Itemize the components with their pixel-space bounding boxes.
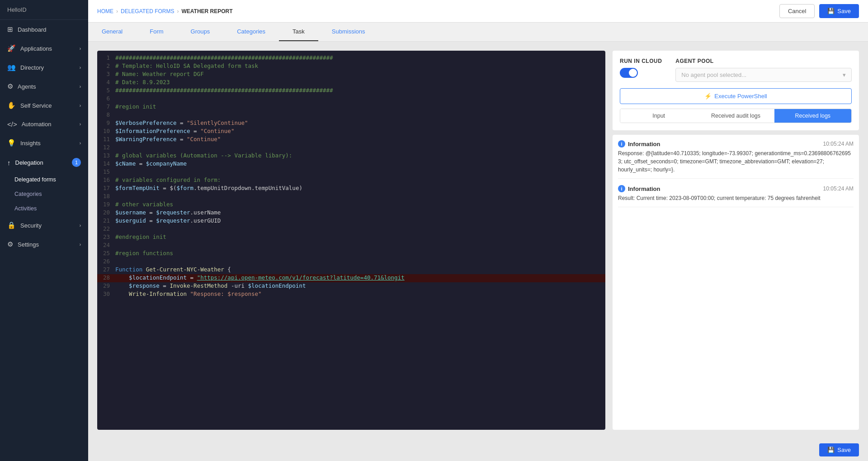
chevron-down-icon: ▾ [843,71,846,78]
log-type-label: Information [628,185,660,192]
code-line-24: 24 [97,242,605,250]
log-entry-1: i Information 10:05:24 AM Response: @{la… [618,140,854,179]
sidebar: HelloID ⊞ Dashboard 🚀 Applications › 👥 D… [0,0,88,461]
code-line-25: 25#region functions [97,250,605,258]
panel-header-row: RUN IN CLOUD AGENT POOL No agent pool se… [620,58,852,82]
log-type-label: Information [628,141,660,147]
code-line-30: 30 Write-Information "Response: $respons… [97,290,605,299]
tab-form[interactable]: Form [136,23,177,41]
sidebar-item-dashboard[interactable]: ⊞ Dashboard [0,20,88,39]
logs-area: i Information 10:05:24 AM Response: @{la… [613,135,859,430]
agent-pool-label: AGENT POOL [675,58,852,64]
tab-submissions[interactable]: Submissions [318,23,379,41]
agent-pool-select[interactable]: No agent pool selected... ▾ [675,68,852,82]
self-service-icon: ✋ [7,101,16,109]
chevron-icon: › [80,65,81,70]
sidebar-item-label: Automation [22,121,52,128]
code-line-20: 20$username = $requester.userName [97,209,605,217]
sidebar-item-label: Self Service [20,102,52,109]
sidebar-sub-categories[interactable]: Categories [0,187,88,201]
breadcrumb-sep1: › [116,8,118,14]
log-text: Result: Current time: 2023-08-09T00:00; … [618,194,854,202]
breadcrumb: HOME › DELEGATED FORMS › WEATHER REPORT [97,8,233,14]
log-entry-header: i Information 10:05:24 AM [618,140,854,147]
sub-item-label: Delegated forms [14,176,56,183]
save-label: Save [837,8,851,14]
code-line-3: 3# Name: Weather report DGF [97,71,605,79]
log-tabs: Input Received audit logs Received logs [620,109,852,123]
editor-panel: 1#######################################… [88,42,868,439]
breadcrumb-home[interactable]: HOME [97,8,113,14]
applications-icon: 🚀 [7,44,16,52]
log-time: 10:05:24 AM [823,185,854,192]
dashboard-icon: ⊞ [7,25,13,33]
log-type: i Information [618,185,660,192]
code-line-14: 14$cName = $companyName [97,160,605,168]
panel-top: RUN IN CLOUD AGENT POOL No agent pool se… [613,51,859,130]
run-in-cloud-toggle[interactable] [620,68,638,78]
sidebar-item-directory[interactable]: 👥 Directory › [0,58,88,77]
automation-icon: </> [7,120,17,128]
main-content: HOME › DELEGATED FORMS › WEATHER REPORT … [88,0,868,461]
code-line-7: 7#region init [97,103,605,111]
settings-icon: ⚙ [7,240,13,248]
sidebar-item-label: Insights [20,140,41,147]
content-area: General Form Groups Categories Task Subm… [88,23,868,461]
code-line-16: 16# variables configured in form: [97,176,605,185]
sidebar-item-settings[interactable]: ⚙ Settings › [0,235,88,254]
chevron-icon: › [80,122,81,127]
cancel-button[interactable]: Cancel [779,4,815,18]
execute-button[interactable]: ⚡ Execute PowerShell [620,88,852,104]
agent-pool-value: No agent pool selected... [681,71,746,78]
sub-nav: General Form Groups Categories Task Subm… [88,23,868,42]
chevron-icon: › [80,103,81,108]
info-icon: i [618,185,625,192]
sidebar-item-self-service[interactable]: ✋ Self Service › [0,96,88,115]
sidebar-sub-delegated-forms[interactable]: Delegated forms [0,172,88,187]
sidebar-item-automation[interactable]: </> Automation › [0,115,88,133]
save-button-top[interactable]: 💾 Save [819,4,859,18]
sidebar-sub-activities[interactable]: Activities [0,201,88,216]
code-content: 1#######################################… [97,51,605,430]
sidebar-item-label: Applications [20,45,52,52]
tab-received-audit-logs[interactable]: Received audit logs [697,109,774,123]
sidebar-item-agents[interactable]: ⚙ Agents › [0,77,88,96]
code-editor[interactable]: 1#######################################… [97,51,605,430]
sidebar-item-label: Dashboard [18,26,47,33]
sidebar-item-security[interactable]: 🔒 Security › [0,216,88,235]
tab-categories[interactable]: Categories [223,23,279,41]
tab-task[interactable]: Task [279,23,318,41]
tab-groups[interactable]: Groups [177,23,224,41]
tab-general[interactable]: General [88,23,136,41]
agents-icon: ⚙ [7,82,13,90]
chevron-icon: › [80,141,81,146]
code-line-8: 8 [97,111,605,119]
tab-input[interactable]: Input [620,109,697,123]
log-entry-2: i Information 10:05:24 AM Result: Curren… [618,185,854,207]
right-panel: RUN IN CLOUD AGENT POOL No agent pool se… [613,51,859,430]
breadcrumb-current: WEATHER REPORT [181,8,232,14]
code-line-10: 10$InformationPreference = "Continue" [97,128,605,136]
chevron-icon: › [80,46,81,51]
agent-pool-section: AGENT POOL No agent pool selected... ▾ [675,58,852,82]
sub-item-label: Categories [14,191,42,197]
code-line-1: 1#######################################… [97,54,605,62]
log-entry-header: i Information 10:05:24 AM [618,185,854,192]
code-line-19: 19# other variables [97,201,605,209]
code-line-18: 18 [97,193,605,201]
code-line-13: 13# global variables (Automation --> Var… [97,152,605,160]
code-line-9: 9$VerbosePreference = "SilentlyContinue" [97,119,605,128]
chevron-icon: › [80,242,81,247]
breadcrumb-sep2: › [177,8,179,14]
breadcrumb-delegated-forms[interactable]: DELEGATED FORMS [121,8,174,14]
sidebar-item-label: Directory [20,64,44,71]
sidebar-item-insights[interactable]: 💡 Insights › [0,133,88,152]
code-line-4: 4# Date: 8.9.2023 [97,79,605,87]
sidebar-item-delegation[interactable]: ↑ Delegation 1 [0,152,88,172]
sidebar-item-applications[interactable]: 🚀 Applications › [0,39,88,58]
save-button-bottom[interactable]: 💾 Save [819,443,859,456]
code-line-6: 6 [97,95,605,103]
code-line-26: 26 [97,258,605,266]
tab-received-logs[interactable]: Received logs [774,109,851,123]
run-in-cloud-label: RUN IN CLOUD [620,58,662,64]
